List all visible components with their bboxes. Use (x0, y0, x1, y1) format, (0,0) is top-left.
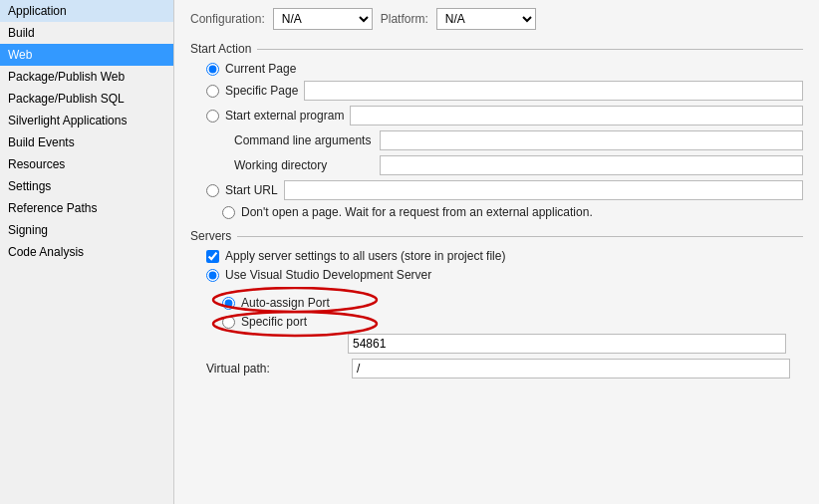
auto-assign-radio[interactable] (222, 297, 235, 310)
virtual-path-label: Virtual path: (206, 362, 346, 376)
dont-open-radio[interactable] (222, 206, 235, 219)
start-action-header: Start Action (190, 42, 803, 56)
specific-port-row: Specific port (222, 315, 330, 329)
start-url-label: Start URL (225, 183, 278, 197)
start-external-program-row: Start external program (206, 106, 803, 126)
sidebar-item-settings[interactable]: Settings (0, 175, 173, 197)
start-external-label: Start external program (225, 109, 344, 123)
specific-port-wrapper: Specific port (222, 315, 330, 329)
sidebar: Application Build Web Package/Publish We… (0, 0, 174, 504)
use-vs-server-row: Use Visual Studio Development Server (206, 268, 803, 282)
configuration-label: Configuration: (190, 12, 265, 26)
start-url-input[interactable] (284, 180, 803, 200)
apply-server-settings-row: Apply server settings to all users (stor… (206, 249, 803, 263)
sidebar-item-build-events[interactable]: Build Events (0, 131, 173, 153)
servers-section: Servers Apply server settings to all use… (190, 229, 803, 378)
current-page-radio[interactable] (206, 63, 219, 76)
use-vs-radio[interactable] (206, 269, 219, 282)
use-vs-label: Use Visual Studio Development Server (225, 268, 431, 282)
dont-open-label: Don't open a page. Wait for a request fr… (241, 205, 593, 219)
start-external-input[interactable] (350, 106, 803, 126)
platform-label: Platform: (381, 12, 428, 26)
apply-server-checkbox[interactable] (206, 250, 219, 263)
config-row: Configuration: N/A Platform: N/A (190, 8, 803, 30)
working-directory-label: Working directory (234, 158, 374, 172)
command-line-row: Command line arguments (234, 130, 803, 150)
sidebar-item-web[interactable]: Web (0, 44, 173, 66)
start-url-radio[interactable] (206, 184, 219, 197)
configuration-select[interactable]: N/A (273, 8, 373, 30)
specific-page-label: Specific Page (225, 84, 298, 98)
command-line-input[interactable] (380, 130, 803, 150)
working-directory-input[interactable] (380, 155, 803, 175)
main-inner: Configuration: N/A Platform: N/A Start A… (190, 8, 803, 378)
current-page-row: Current Page (206, 62, 803, 76)
specific-port-label: Specific port (241, 315, 307, 329)
specific-page-radio[interactable] (206, 85, 219, 98)
servers-header: Servers (190, 229, 803, 243)
virtual-path-row: Virtual path: (206, 359, 803, 378)
sidebar-item-build[interactable]: Build (0, 22, 173, 44)
start-external-radio[interactable] (206, 110, 219, 123)
working-directory-row: Working directory (234, 155, 803, 175)
sidebar-item-package-publish-web[interactable]: Package/Publish Web (0, 66, 173, 88)
auto-assign-label: Auto-assign Port (241, 296, 330, 310)
apply-server-label: Apply server settings to all users (stor… (225, 249, 505, 263)
auto-assign-port-row: Auto-assign Port (222, 296, 330, 310)
sidebar-item-signing[interactable]: Signing (0, 219, 173, 241)
current-page-label: Current Page (225, 62, 296, 76)
sidebar-item-resources[interactable]: Resources (0, 153, 173, 175)
main-content: Configuration: N/A Platform: N/A Start A… (174, 0, 819, 504)
sidebar-item-reference-paths[interactable]: Reference Paths (0, 197, 173, 219)
specific-port-radio[interactable] (222, 316, 235, 329)
command-line-label: Command line arguments (234, 133, 374, 147)
specific-page-input[interactable] (304, 81, 803, 101)
sidebar-item-package-publish-sql[interactable]: Package/Publish SQL (0, 88, 173, 110)
platform-select[interactable]: N/A (436, 8, 536, 30)
sidebar-item-code-analysis[interactable]: Code Analysis (0, 241, 173, 263)
sidebar-item-silverlight-applications[interactable]: Silverlight Applications (0, 110, 173, 131)
auto-assign-wrapper: Auto-assign Port Specific port (222, 291, 330, 334)
specific-port-value-input[interactable]: 54861 (348, 334, 786, 354)
dont-open-row: Don't open a page. Wait for a request fr… (222, 205, 803, 219)
specific-port-value-row: 54861 (222, 334, 803, 354)
start-action-group: Current Page Specific Page Start externa… (206, 62, 803, 219)
start-url-row: Start URL (206, 180, 803, 200)
virtual-path-input[interactable] (352, 359, 790, 378)
specific-page-row: Specific Page (206, 81, 803, 101)
sidebar-item-application[interactable]: Application (0, 0, 173, 22)
